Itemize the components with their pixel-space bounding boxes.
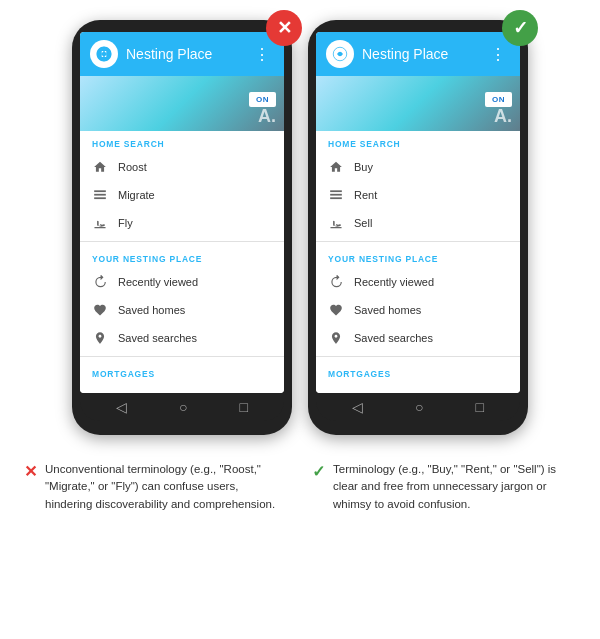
bad-menu-recent[interactable]: Recently viewed	[80, 268, 284, 296]
good-your-label: YOUR NESTING PLACE	[316, 246, 520, 268]
good-home-search-label: HOME SEARCH	[316, 131, 520, 153]
good-menu-buy[interactable]: Buy	[316, 153, 520, 181]
good-divider-1	[316, 241, 520, 242]
bad-phone-nav: ◁ ○ □	[80, 393, 284, 421]
svg-rect-6	[330, 194, 342, 196]
bad-app-icon	[90, 40, 118, 68]
svg-rect-3	[94, 197, 106, 199]
good-phone-nav: ◁ ○ □	[316, 393, 520, 421]
bad-divider-2	[80, 356, 284, 357]
bad-pin-icon	[92, 330, 108, 346]
bad-roost-icon	[92, 159, 108, 175]
good-menu-rent[interactable]: Rent	[316, 181, 520, 209]
bad-home-search-label: HOME SEARCH	[80, 131, 284, 153]
good-badge: ✓	[502, 10, 538, 46]
good-mortgages-label: MORTGAGES	[316, 361, 520, 383]
good-menu-sell[interactable]: Sell	[316, 209, 520, 237]
good-nav-home[interactable]: ○	[415, 399, 423, 415]
good-pin-icon	[328, 330, 344, 346]
bad-menu-migrate[interactable]: Migrate	[80, 181, 284, 209]
bad-menu-saved-searches[interactable]: Saved searches	[80, 324, 284, 352]
good-sell-icon	[328, 215, 344, 231]
bad-app-bar: Nesting Place ⋮	[80, 32, 284, 76]
svg-rect-7	[330, 197, 342, 199]
bad-caption: ✕ Unconventional terminology (e.g., "Roo…	[20, 455, 292, 519]
bad-phone-wrapper: ✕ Nesting Place ⋮ ON HOME SEARCH	[72, 20, 292, 435]
good-sign-in[interactable]: ON	[485, 92, 512, 107]
captions-row: ✕ Unconventional terminology (e.g., "Roo…	[20, 455, 580, 519]
good-phone-outer: Nesting Place ⋮ ON HOME SEARCH Buy	[308, 20, 528, 435]
good-phone-screen: Nesting Place ⋮ ON HOME SEARCH Buy	[316, 32, 520, 393]
bad-dots-menu[interactable]: ⋮	[250, 43, 274, 66]
bad-nav-recents[interactable]: □	[240, 399, 248, 415]
bad-your-label: YOUR NESTING PLACE	[80, 246, 284, 268]
bad-migrate-icon	[92, 187, 108, 203]
bad-mortgages-label: MORTGAGES	[80, 361, 284, 383]
bad-phone-screen: Nesting Place ⋮ ON HOME SEARCH Roost	[80, 32, 284, 393]
svg-rect-2	[94, 194, 106, 196]
good-recent-icon	[328, 274, 344, 290]
bad-fly-icon	[92, 215, 108, 231]
bad-phone-outer: Nesting Place ⋮ ON HOME SEARCH Roost	[72, 20, 292, 435]
good-caption-icon: ✓	[312, 462, 325, 481]
good-app-title: Nesting Place	[362, 46, 478, 62]
good-phone-wrapper: ✓ Nesting Place ⋮ ON HOME SEARCH	[308, 20, 528, 435]
good-menu-saved-homes[interactable]: Saved homes	[316, 296, 520, 324]
good-header-image: ON	[316, 76, 520, 131]
bad-drawer: ON HOME SEARCH Roost Migrate	[80, 76, 284, 393]
bad-app-title: Nesting Place	[126, 46, 242, 62]
svg-rect-5	[330, 190, 342, 192]
good-drawer: ON HOME SEARCH Buy Rent	[316, 76, 520, 393]
good-caption-text: Terminology (e.g., "Buy," "Rent," or "Se…	[333, 461, 576, 513]
bad-divider-1	[80, 241, 284, 242]
bad-header-image: ON	[80, 76, 284, 131]
good-caption: ✓ Terminology (e.g., "Buy," "Rent," or "…	[308, 455, 580, 519]
bad-badge: ✕	[266, 10, 302, 46]
bad-nav-home[interactable]: ○	[179, 399, 187, 415]
good-divider-2	[316, 356, 520, 357]
good-menu-recent[interactable]: Recently viewed	[316, 268, 520, 296]
good-menu-saved-searches[interactable]: Saved searches	[316, 324, 520, 352]
good-heart-icon	[328, 302, 344, 318]
good-rent-icon	[328, 187, 344, 203]
bad-recent-icon	[92, 274, 108, 290]
bad-nav-back[interactable]: ◁	[116, 399, 127, 415]
bad-caption-text: Unconventional terminology (e.g., "Roost…	[45, 461, 288, 513]
good-nav-back[interactable]: ◁	[352, 399, 363, 415]
good-dots-menu[interactable]: ⋮	[486, 43, 510, 66]
comparison-row: ✕ Nesting Place ⋮ ON HOME SEARCH	[72, 20, 528, 435]
bad-menu-saved-homes[interactable]: Saved homes	[80, 296, 284, 324]
good-app-bar: Nesting Place ⋮	[316, 32, 520, 76]
bad-menu-fly[interactable]: Fly	[80, 209, 284, 237]
good-app-icon	[326, 40, 354, 68]
good-nav-recents[interactable]: □	[476, 399, 484, 415]
bad-heart-icon	[92, 302, 108, 318]
svg-rect-1	[94, 190, 106, 192]
bad-menu-roost[interactable]: Roost	[80, 153, 284, 181]
bad-sign-in[interactable]: ON	[249, 92, 276, 107]
good-buy-icon	[328, 159, 344, 175]
bad-caption-icon: ✕	[24, 462, 37, 481]
